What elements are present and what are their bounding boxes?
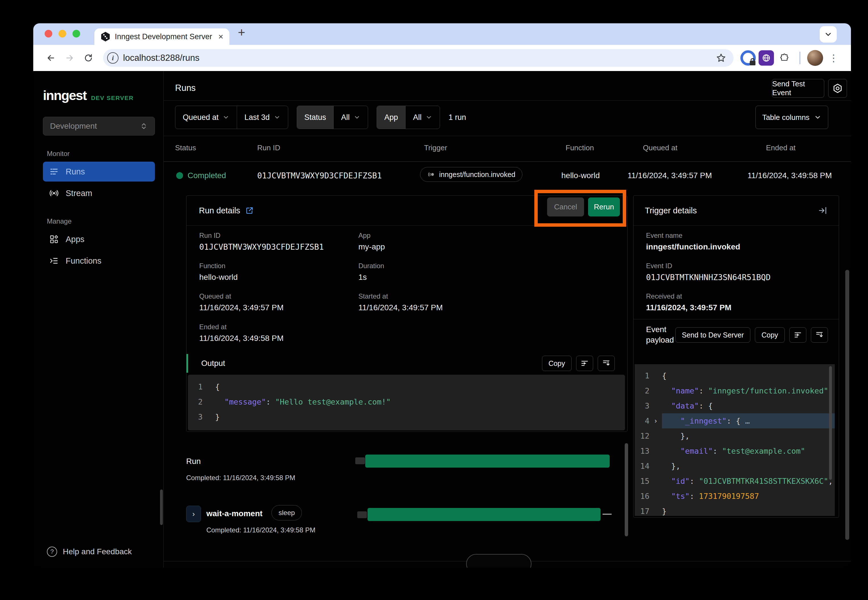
settings-gear-button[interactable] xyxy=(828,79,847,98)
gear-icon xyxy=(833,83,843,94)
cancel-button[interactable]: Cancel xyxy=(547,197,584,217)
code-line[interactable]: 4› "_inngest": { … xyxy=(635,414,835,429)
duration-label: Duration xyxy=(358,262,384,270)
toolbar-divider xyxy=(800,52,800,64)
col-status: Status xyxy=(175,144,196,152)
received-at-value: 11/16/2024, 3:49:57 PM xyxy=(646,303,731,312)
filters-divider xyxy=(164,136,851,136)
timeline-run-label: Run xyxy=(186,457,201,466)
step-prefix-chip xyxy=(357,511,367,518)
stream-icon xyxy=(49,188,59,198)
word-wrap-button[interactable] xyxy=(576,356,593,371)
back-button[interactable] xyxy=(43,50,59,66)
help-and-feedback[interactable]: ? Help and Feedback xyxy=(47,547,132,557)
reload-button[interactable] xyxy=(80,50,96,66)
bookmark-star-icon[interactable] xyxy=(716,53,726,63)
app-filter[interactable]: App All xyxy=(376,106,440,129)
sidebar-item-stream[interactable]: Stream xyxy=(43,183,155,203)
payload-scrollbar[interactable] xyxy=(829,366,832,480)
extension-icon[interactable] xyxy=(759,50,774,66)
word-wrap-icon xyxy=(794,331,802,339)
payload-toolbar: Send to Dev Server Copy xyxy=(675,327,828,342)
tab-close-icon[interactable]: × xyxy=(217,32,225,41)
extensions-puzzle-icon[interactable] xyxy=(777,50,793,66)
event-payload-code-block[interactable]: 1{2 "name": "inngest/function.invoked",3… xyxy=(635,364,835,516)
output-code-block[interactable]: 1{2 "message": "Hello test@example.com!"… xyxy=(188,375,625,430)
partially-visible-button[interactable] xyxy=(466,554,531,568)
table-columns-button[interactable]: Table columns xyxy=(756,106,828,129)
code-line: 3 "data": { xyxy=(635,398,835,414)
filter-bar: Queued at Last 3d Status All App All 1 r… xyxy=(175,106,466,129)
step-bar[interactable] xyxy=(367,508,601,521)
event-name-label: Event name xyxy=(646,232,740,239)
output-copy-button[interactable]: Copy xyxy=(542,356,572,371)
password-manager-extension-icon[interactable] xyxy=(741,50,756,66)
trigger-event-pill[interactable]: inngest/function.invoked xyxy=(420,167,522,182)
chevron-updown-icon xyxy=(140,122,148,130)
chevron-down-icon xyxy=(814,114,821,121)
page-title: Runs xyxy=(175,83,196,93)
run-id-label: Run ID xyxy=(199,232,324,239)
environment-selector-value: Development xyxy=(50,121,140,131)
minimize-window-button[interactable] xyxy=(59,30,66,38)
sidebar-item-label: Stream xyxy=(66,189,92,198)
received-at-label: Received at xyxy=(646,292,731,300)
sidebar-item-functions[interactable]: Functions xyxy=(43,251,155,271)
payload-copy-button[interactable]: Copy xyxy=(755,327,785,342)
forward-button[interactable] xyxy=(62,50,77,66)
started-at-label: Started at xyxy=(358,292,443,300)
sidebar-item-apps[interactable]: Apps xyxy=(43,229,155,249)
details-scrollbar[interactable] xyxy=(625,443,628,536)
chevron-down-icon xyxy=(425,114,432,121)
time-range-value: Last 3d xyxy=(244,113,270,122)
send-test-event-button[interactable]: Send Test Event xyxy=(772,79,824,98)
main-scrollbar[interactable] xyxy=(845,270,849,540)
output-title: Output xyxy=(201,359,537,368)
environment-selector[interactable]: Development xyxy=(43,117,155,135)
new-tab-button[interactable]: + xyxy=(238,26,245,39)
function-link[interactable]: hello-world xyxy=(199,273,238,282)
status-filter-label: Status xyxy=(297,106,334,129)
table-columns-label: Table columns xyxy=(762,113,809,122)
status-filter[interactable]: Status All xyxy=(297,106,368,129)
app-link[interactable]: my-app xyxy=(358,242,385,252)
row-function[interactable]: hello-world xyxy=(561,171,600,180)
open-in-new-tab-icon[interactable] xyxy=(245,206,254,215)
close-window-button[interactable] xyxy=(45,30,52,38)
send-to-dev-server-button[interactable]: Send to Dev Server xyxy=(675,327,750,342)
event-name-value: inngest/function.invoked xyxy=(646,242,740,252)
payload-word-wrap-button[interactable] xyxy=(789,327,806,342)
url-text[interactable]: localhost:8288/runs xyxy=(123,53,712,63)
sidebar-scrollbar[interactable] xyxy=(160,489,163,525)
sidebar-item-runs[interactable]: Runs xyxy=(43,162,155,182)
main-content: Runs Send Test Event Queued at Last 3d S… xyxy=(164,71,851,568)
payload-expand-button[interactable] xyxy=(811,327,828,342)
maximize-window-button[interactable] xyxy=(73,30,80,38)
col-trigger: Trigger xyxy=(424,144,447,152)
app-filter-label: App xyxy=(377,106,405,129)
timeline-run-bar[interactable] xyxy=(365,455,610,468)
collapse-panel-icon[interactable] xyxy=(818,206,827,215)
expand-output-button[interactable] xyxy=(598,356,615,371)
expand-down-icon xyxy=(815,331,824,339)
step-expand-button[interactable]: › xyxy=(186,506,201,522)
row-run-id[interactable]: 01JCVBTMV3WXY9D3CFDEJFZSB1 xyxy=(257,171,382,180)
code-line: 17} xyxy=(635,504,835,516)
code-line: 1{ xyxy=(188,379,625,394)
step-trailing-dash xyxy=(602,514,612,515)
browser-tab[interactable]: Inngest Development Server × xyxy=(94,29,229,45)
time-filter[interactable]: Queued at Last 3d xyxy=(175,106,288,129)
address-bar[interactable]: i localhost:8288/runs xyxy=(103,49,734,67)
rerun-button[interactable]: Rerun xyxy=(588,197,620,217)
inngest-favicon xyxy=(101,32,110,41)
browser-menu-icon[interactable]: ⋮ xyxy=(826,52,841,64)
profile-avatar[interactable] xyxy=(807,50,823,66)
code-line: 15 "id": "01JCVBTMTKR41S8STTKEXSKX6C", xyxy=(635,474,835,489)
row-status[interactable]: Completed xyxy=(188,171,226,180)
run-details-title: Run details xyxy=(199,206,240,215)
tab-search-button[interactable] xyxy=(820,26,837,42)
row-queued-at: 11/16/2024, 3:49:57 PM xyxy=(628,171,712,180)
site-info-icon[interactable]: i xyxy=(107,52,118,64)
row-ended-at: 11/16/2024, 3:49:58 PM xyxy=(748,171,832,180)
dev-server-badge: DEV SERVER xyxy=(91,95,134,102)
